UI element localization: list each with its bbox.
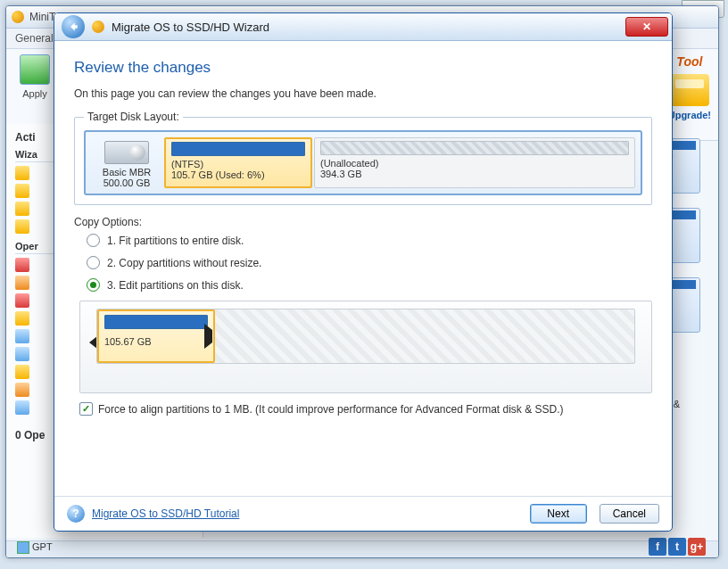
usage-bar-icon (171, 142, 305, 156)
partition-size: 394.3 GB (320, 169, 629, 179)
radio-icon (87, 234, 100, 247)
option-label: 3. Edit partitions on this disk. (107, 279, 244, 292)
copy-options-label: Copy Options: (74, 216, 652, 228)
target-disk-fieldset: Target Disk Layout: Basic MBR 500.00 GB … (74, 111, 652, 205)
partition-fs: (Unallocated) (320, 158, 629, 169)
app-logo-icon (12, 11, 24, 23)
disk-layout-row: Basic MBR 500.00 GB (NTFS) 105.7 GB (Use… (84, 130, 642, 195)
editor-partition-size: 105.67 GB (104, 336, 208, 347)
editor-row: 105.67 GB (89, 309, 642, 364)
cart-icon[interactable] (670, 74, 709, 106)
apply-label: Apply (22, 88, 47, 99)
cancel-button[interactable]: Cancel (600, 504, 659, 524)
tutorial-link[interactable]: Migrate OS to SSD/HD Tutorial (92, 507, 239, 520)
next-button[interactable]: Next (530, 504, 587, 524)
partition-fs: (NTFS) (171, 159, 305, 169)
twitter-icon[interactable]: t (668, 538, 686, 556)
checkbox-icon[interactable] (79, 402, 93, 416)
brand-area: Tool Upgrade! (668, 54, 711, 120)
op-icon (15, 365, 29, 379)
radio-icon (87, 256, 100, 269)
partition-editor: 105.67 GB (79, 301, 652, 393)
page-subtext: On this page you can review the changes … (74, 87, 652, 100)
radio-icon (87, 278, 100, 292)
target-disk-legend: Target Disk Layout: (84, 111, 183, 123)
wizard-icon (15, 219, 29, 234)
op-icon (15, 400, 29, 415)
brand-label: Tool (668, 54, 711, 69)
main-window-title: MiniT (29, 11, 55, 23)
wizard-icon (15, 166, 29, 180)
force-align-label: Force to align partitions to 1 MB. (It c… (98, 403, 564, 416)
legend-swatch-icon (17, 541, 29, 554)
back-button[interactable] (62, 15, 85, 38)
op-icon (15, 276, 29, 290)
arrow-left-icon (67, 21, 79, 33)
legend-label: GPT (32, 541, 53, 552)
partition-ntfs[interactable]: (NTFS) 105.7 GB (Used: 6%) (164, 137, 312, 188)
editor-partition[interactable]: 105.67 GB (97, 309, 215, 363)
option-copy-without-resize[interactable]: 2. Copy partitions without resize. (87, 256, 652, 269)
op-icon (15, 293, 29, 308)
dialog-footer: ? Migrate OS to SSD/HD Tutorial Next Can… (54, 496, 672, 531)
option-fit-entire-disk[interactable]: 1. Fit partitions to entire disk. (87, 234, 652, 247)
op-icon (15, 347, 29, 361)
legend-gpt: GPT (17, 541, 53, 554)
dialog-titlebar: Migrate OS to SSD/HD Wizard ✕ (54, 13, 672, 41)
disk-info[interactable]: Basic MBR 500.00 GB (91, 137, 162, 188)
wizard-logo-icon (92, 21, 104, 33)
partition-unallocated[interactable]: (Unallocated) 394.3 GB (314, 137, 635, 188)
wizard-icon (15, 184, 29, 198)
status-bar (6, 540, 718, 557)
migrate-wizard-dialog: Migrate OS to SSD/HD Wizard ✕ Review the… (54, 12, 673, 532)
usage-bar-icon (104, 315, 208, 329)
op-icon (15, 329, 29, 343)
legend: GPT (17, 541, 53, 554)
wizard-icon (15, 202, 29, 216)
page-heading: Review the changes (74, 59, 652, 77)
option-label: 1. Fit partitions to entire disk. (107, 235, 244, 247)
editor-track[interactable]: 105.67 GB (96, 309, 635, 364)
resize-handle-right-visible[interactable] (204, 324, 212, 349)
usage-bar-icon (320, 141, 629, 155)
apply-icon (20, 54, 50, 85)
dialog-title: Migrate OS to SSD/HD Wizard (112, 21, 269, 34)
upgrade-label[interactable]: Upgrade! (668, 110, 711, 120)
dialog-body: Review the changes On this page you can … (54, 41, 672, 496)
op-icon (15, 311, 29, 326)
force-align-row[interactable]: Force to align partitions to 1 MB. (It c… (79, 402, 652, 416)
gplus-icon[interactable]: g+ (688, 538, 706, 556)
toolbar-apply[interactable]: Apply (13, 54, 56, 99)
op-icon (15, 258, 29, 272)
option-label: 2. Copy partitions without resize. (107, 257, 261, 269)
disk-size: 500.00 GB (93, 177, 161, 188)
copy-options-group: 1. Fit partitions to entire disk. 2. Cop… (87, 234, 652, 292)
op-icon (15, 383, 29, 397)
partition-size: 105.7 GB (Used: 6%) (171, 169, 305, 180)
facebook-icon[interactable]: f (649, 538, 666, 556)
disk-type: Basic MBR (93, 167, 161, 177)
disk-icon (104, 141, 149, 164)
help-icon[interactable]: ? (67, 505, 85, 523)
option-edit-partitions[interactable]: 3. Edit partitions on this disk. (87, 278, 652, 292)
dialog-close-button[interactable]: ✕ (625, 17, 668, 37)
social-links: f t g+ (649, 538, 706, 556)
